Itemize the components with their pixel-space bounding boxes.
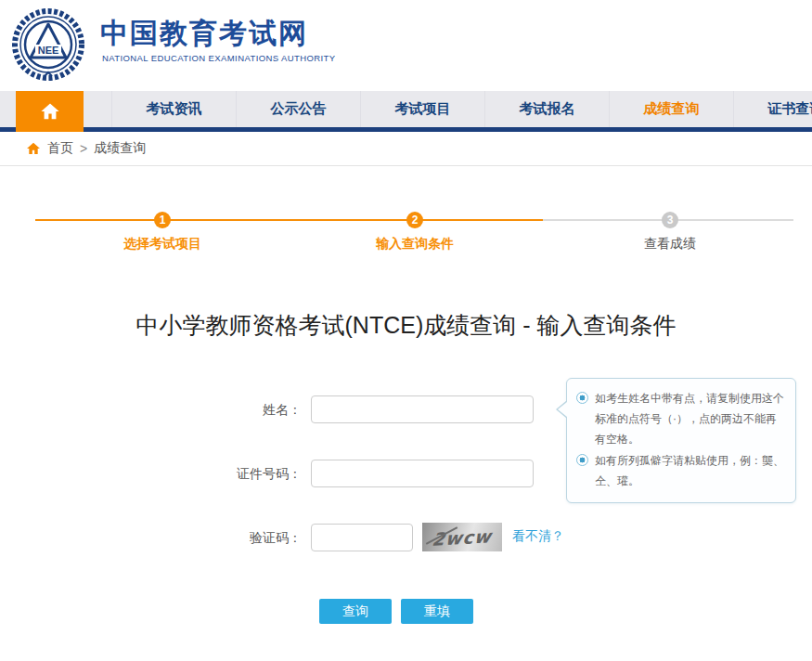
id-number-label: 证件号码： — [162, 466, 302, 483]
nav-item-score-query[interactable]: 成绩查询 — [609, 91, 733, 127]
bullet-dot-icon — [576, 454, 588, 466]
breadcrumb-separator: > — [80, 141, 87, 156]
name-label: 姓名： — [162, 402, 302, 419]
breadcrumb: 首页 > 成绩查询 — [0, 132, 812, 166]
svg-text:NEE: NEE — [38, 45, 59, 56]
captcha-input[interactable] — [311, 524, 413, 551]
nav-item-public-notice[interactable]: 公示公告 — [236, 91, 360, 127]
step-2-label: 输入查询条件 — [376, 236, 454, 253]
nav-item-exam-registration[interactable]: 考试报名 — [484, 91, 609, 127]
step-2-circle: 2 — [406, 212, 423, 228]
site-title: 中国教育考试网 — [100, 15, 308, 53]
id-number-input[interactable] — [311, 460, 534, 487]
step-1-circle: 1 — [154, 212, 171, 228]
breadcrumb-current: 成绩查询 — [94, 140, 146, 157]
page: NEE 中国教育考试网 NATIONAL EDUCATION EXAMINATI… — [0, 0, 812, 661]
step-progress-line-done — [35, 219, 543, 221]
tooltip-item: 如有所列孤僻字请粘贴使用，例：龑、仝、瓘。 — [576, 450, 784, 491]
nav-item-certificate-query[interactable]: 证书查询 — [733, 91, 812, 127]
home-icon — [40, 101, 60, 122]
captcha-refresh-link[interactable]: 看不清？ — [512, 528, 564, 545]
nav-home-button[interactable] — [16, 91, 84, 132]
captcha-image[interactable]: 2wcw — [422, 523, 502, 551]
site-subtitle: NATIONAL EDUCATION EXAMINATIONS AUTHORIT… — [102, 53, 335, 63]
query-button[interactable]: 查询 — [319, 599, 392, 624]
main-nav: 考试资讯 公示公告 考试项目 考试报名 成绩查询 证书查询 — [0, 91, 812, 132]
tooltip-text: 如考生姓名中带有点，请复制使用这个标准的点符号（·），点的两边不能再有空格。 — [595, 388, 784, 450]
page-title: 中小学教师资格考试(NTCE)成绩查询 - 输入查询条件 — [0, 310, 812, 341]
reset-button[interactable]: 重填 — [401, 599, 473, 624]
step-indicator: 1 2 3 选择考试项目 输入查询条件 查看成绩 — [35, 167, 793, 269]
step-1-label: 选择考试项目 — [123, 236, 201, 253]
captcha-label: 验证码： — [162, 530, 302, 547]
name-help-tooltip: 如考生姓名中带有点，请复制使用这个标准的点符号（·），点的两边不能再有空格。 如… — [566, 378, 796, 503]
tooltip-text: 如有所列孤僻字请粘贴使用，例：龑、仝、瓘。 — [595, 450, 784, 491]
nav-item-exam-programs[interactable]: 考试项目 — [360, 91, 484, 127]
breadcrumb-home-link[interactable]: 首页 — [47, 140, 73, 157]
step-3-circle: 3 — [662, 212, 678, 228]
nav-items: 考试资讯 公示公告 考试项目 考试报名 成绩查询 证书查询 — [111, 91, 812, 127]
breadcrumb-home-icon — [26, 141, 41, 156]
name-input[interactable] — [311, 395, 534, 423]
site-header: NEE 中国教育考试网 NATIONAL EDUCATION EXAMINATI… — [0, 0, 812, 91]
tooltip-item: 如考生姓名中带有点，请复制使用这个标准的点符号（·），点的两边不能再有空格。 — [576, 388, 784, 450]
neea-logo-icon: NEE — [11, 7, 85, 82]
query-form: 姓名： 证件号码： 验证码： 2wcw 看不清？ 如考生姓名中带有点，请复制使用… — [0, 378, 812, 647]
step-3-label: 查看成绩 — [644, 236, 696, 253]
bullet-dot-icon — [576, 392, 588, 404]
nav-item-exam-news[interactable]: 考试资讯 — [111, 91, 236, 127]
